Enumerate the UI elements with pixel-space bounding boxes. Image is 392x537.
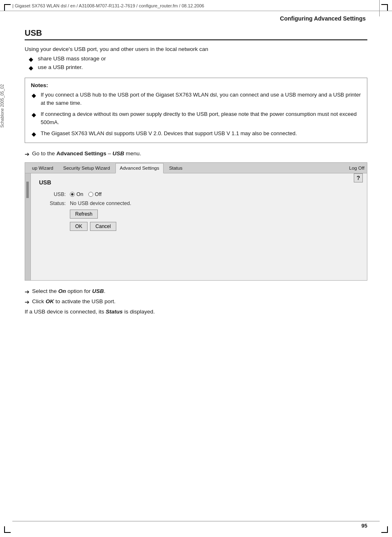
sidebar-bar bbox=[26, 182, 29, 198]
instruction-text: Go to the Advanced Settings – USB menu. bbox=[32, 150, 141, 157]
radio-off[interactable] bbox=[88, 192, 93, 197]
router-main: ? USB USB: On Off bbox=[25, 173, 367, 280]
nav-tabs: up Wizard Security Setup Wizard Advanced… bbox=[25, 163, 367, 173]
final-text: If a USB device is connected, its Status… bbox=[25, 309, 367, 315]
header-text: | Gigaset SX763 WLAN dsl / en / A31008-M… bbox=[12, 3, 204, 8]
page-title: USB bbox=[25, 28, 367, 38]
radio-on[interactable] bbox=[70, 192, 75, 197]
bullet-icon: ◆ bbox=[32, 91, 38, 100]
usb-radio-group: On Off bbox=[70, 191, 101, 197]
header-right-line bbox=[379, 0, 380, 16]
status-label: Status: bbox=[39, 201, 66, 206]
usb-off-option[interactable]: Off bbox=[88, 191, 101, 197]
arrow-icon: ➔ bbox=[25, 288, 30, 295]
main-content: Configuring Advanced Settings USB Using … bbox=[0, 11, 392, 330]
router-sidebar bbox=[25, 173, 31, 280]
usb-label: USB: bbox=[39, 191, 66, 197]
tab-setup-wizard[interactable]: up Wizard bbox=[28, 163, 58, 173]
note-text: If connecting a device without its own p… bbox=[41, 110, 361, 126]
corner-mark-tl bbox=[4, 4, 11, 11]
bullet-list: ◆ share USB mass storage or ◆ use a USB … bbox=[29, 55, 367, 71]
notes-list: ◆ If you connect a USB hub to the USB po… bbox=[32, 91, 361, 138]
corner-mark-tr bbox=[381, 4, 388, 11]
list-item: ◆ use a USB printer. bbox=[29, 64, 367, 71]
list-item: ◆ If connecting a device without its own… bbox=[32, 110, 361, 126]
status-form-row: Status: No USB device connected. bbox=[39, 201, 359, 206]
help-icon[interactable]: ? bbox=[354, 173, 363, 182]
side-label: Schablone 2005_05_02 bbox=[0, 82, 9, 130]
tab-advanced-settings[interactable]: Advanced Settings bbox=[115, 163, 164, 173]
bottom-line bbox=[12, 521, 380, 521]
instruction-text: Click OK to activate the USB port. bbox=[32, 298, 115, 304]
bullet-text: use a USB printer. bbox=[38, 64, 83, 70]
cancel-button[interactable]: Cancel bbox=[90, 222, 116, 231]
click-ok-instruction: ➔ Click OK to activate the USB port. bbox=[25, 298, 367, 305]
bullet-icon: ◆ bbox=[29, 65, 35, 71]
action-btns-row: OK Cancel bbox=[70, 222, 359, 231]
router-spacer bbox=[39, 231, 359, 272]
instruction-text: Select the On option for USB. bbox=[32, 288, 106, 294]
tab-security-wizard[interactable]: Security Setup Wizard bbox=[59, 163, 115, 173]
section-title: Configuring Advanced Settings bbox=[25, 15, 367, 22]
arrow-icon: ➔ bbox=[25, 299, 30, 305]
radio-off-label: Off bbox=[95, 191, 101, 197]
usb-form-row: USB: On Off bbox=[39, 191, 359, 197]
list-item: ◆ If you connect a USB hub to the USB po… bbox=[32, 91, 361, 107]
router-section-title: USB bbox=[39, 179, 359, 186]
router-content: ? USB USB: On Off bbox=[31, 173, 367, 280]
logoff-link[interactable]: Log Off bbox=[349, 166, 364, 171]
usb-on-option[interactable]: On bbox=[70, 191, 83, 197]
notes-box: Notes: ◆ If you connect a USB hub to the… bbox=[25, 78, 367, 143]
radio-on-label: On bbox=[76, 191, 83, 197]
router-ui-box: up Wizard Security Setup Wizard Advanced… bbox=[25, 162, 367, 281]
corner-mark-br bbox=[381, 526, 388, 533]
status-value: No USB device connected. bbox=[70, 201, 131, 206]
title-underline bbox=[25, 39, 367, 40]
corner-mark-bl bbox=[4, 526, 11, 533]
arrow-instruction: ➔ Go to the Advanced Settings – USB menu… bbox=[25, 150, 367, 157]
refresh-button[interactable]: Refresh bbox=[70, 210, 98, 219]
notes-title: Notes: bbox=[31, 82, 361, 88]
list-item: ◆ The Gigaset SX763 WLAN dsl supports US… bbox=[32, 129, 361, 138]
tab-status[interactable]: Status bbox=[164, 163, 187, 173]
list-item: ◆ share USB mass storage or bbox=[29, 55, 367, 62]
bullet-text: share USB mass storage or bbox=[38, 55, 106, 62]
select-on-instruction: ➔ Select the On option for USB. bbox=[25, 288, 367, 295]
note-text: If you connect a USB hub to the USB port… bbox=[41, 91, 361, 107]
page-number: 95 bbox=[362, 523, 367, 529]
ok-button[interactable]: OK bbox=[70, 222, 88, 231]
bullet-icon: ◆ bbox=[32, 130, 38, 138]
note-text: The Gigaset SX763 WLAN dsl supports USB … bbox=[41, 129, 297, 138]
bullet-icon: ◆ bbox=[29, 56, 35, 62]
refresh-btn-row: Refresh bbox=[70, 210, 359, 219]
page-header: | Gigaset SX763 WLAN dsl / en / A31008-M… bbox=[0, 0, 392, 11]
intro-text: Using your device's USB port, you and ot… bbox=[25, 46, 367, 52]
arrow-icon: ➔ bbox=[25, 151, 30, 157]
bullet-icon: ◆ bbox=[32, 111, 38, 119]
